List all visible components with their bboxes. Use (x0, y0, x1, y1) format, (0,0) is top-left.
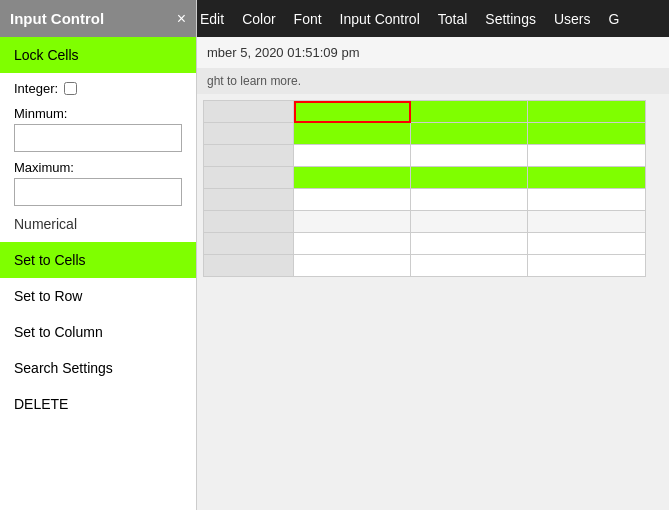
table-cell[interactable] (294, 255, 411, 277)
table-cell[interactable] (528, 101, 645, 123)
table-row (204, 211, 646, 233)
row-header (204, 233, 294, 255)
spreadsheet-area (197, 96, 669, 277)
table-cell[interactable] (528, 233, 645, 255)
row-header (204, 211, 294, 233)
table-row (204, 123, 646, 145)
menu-total[interactable]: Total (438, 11, 468, 27)
table-row (204, 255, 646, 277)
integer-label: Integer: (14, 81, 58, 96)
sidebar-item-label: Set to Row (14, 288, 82, 304)
table-cell[interactable] (528, 145, 645, 167)
sidebar-item-delete[interactable]: DELETE (0, 386, 196, 422)
table-cell[interactable] (411, 211, 528, 233)
row-header (204, 189, 294, 211)
menu-more[interactable]: G (609, 11, 620, 27)
table-cell[interactable] (411, 233, 528, 255)
maximum-field-group: Maximum: (0, 154, 196, 208)
table-cell[interactable] (294, 189, 411, 211)
menu-font[interactable]: Font (294, 11, 322, 27)
sidebar-item-label: DELETE (14, 396, 68, 412)
table-cell[interactable] (294, 211, 411, 233)
table-cell[interactable] (411, 255, 528, 277)
sidebar-item-search-settings[interactable]: Search Settings (0, 350, 196, 386)
row-header (204, 145, 294, 167)
menu-input-control[interactable]: Input Control (340, 11, 420, 27)
table-row (204, 233, 646, 255)
table-row (204, 189, 646, 211)
minimum-input[interactable] (14, 124, 182, 152)
panel-title-bar: Input Control × (0, 0, 196, 37)
minimum-field-group: Minmum: (0, 100, 196, 154)
table-cell[interactable] (411, 101, 528, 123)
table-cell[interactable] (411, 145, 528, 167)
learn-more-bar: ght to learn more. (197, 68, 669, 94)
input-control-panel: Input Control × Lock Cells Integer: Minm… (0, 0, 197, 510)
sidebar-item-label: Lock Cells (14, 47, 79, 63)
numerical-label: Numerical (0, 208, 196, 242)
minimum-label: Minmum: (14, 106, 182, 121)
row-header (204, 101, 294, 123)
integer-field-group: Integer: (0, 73, 196, 100)
table-cell[interactable] (411, 167, 528, 189)
menu-settings[interactable]: Settings (485, 11, 536, 27)
table-cell[interactable] (294, 233, 411, 255)
table-cell[interactable] (294, 101, 411, 123)
sidebar-item-set-to-row[interactable]: Set to Row (0, 278, 196, 314)
table-row (204, 145, 646, 167)
menu-color[interactable]: Color (242, 11, 275, 27)
maximum-input[interactable] (14, 178, 182, 206)
integer-checkbox[interactable] (64, 82, 77, 95)
maximum-label: Maximum: (14, 160, 182, 175)
menu-users[interactable]: Users (554, 11, 591, 27)
sidebar-item-label: Set to Cells (14, 252, 86, 268)
menu-edit[interactable]: Edit (200, 11, 224, 27)
table-cell[interactable] (411, 189, 528, 211)
table-cell[interactable] (528, 167, 645, 189)
table-cell[interactable] (294, 167, 411, 189)
sidebar-item-set-to-cells[interactable]: Set to Cells (0, 242, 196, 278)
row-header (204, 167, 294, 189)
table-cell[interactable] (411, 123, 528, 145)
table-cell[interactable] (528, 255, 645, 277)
main-content: mber 5, 2020 01:51:09 pm ght to learn mo… (197, 37, 669, 510)
sidebar-item-label: Search Settings (14, 360, 113, 376)
sidebar-item-label: Set to Column (14, 324, 103, 340)
row-header (204, 123, 294, 145)
table-cell[interactable] (528, 211, 645, 233)
table-row (204, 101, 646, 123)
close-button[interactable]: × (177, 11, 186, 27)
table-cell[interactable] (294, 145, 411, 167)
table-cell[interactable] (294, 123, 411, 145)
sidebar-item-lock-cells[interactable]: Lock Cells (0, 37, 196, 73)
timestamp: mber 5, 2020 01:51:09 pm (197, 37, 669, 68)
sidebar-item-set-to-column[interactable]: Set to Column (0, 314, 196, 350)
table-cell[interactable] (528, 123, 645, 145)
row-header (204, 255, 294, 277)
table-row (204, 167, 646, 189)
spreadsheet-table (203, 100, 646, 277)
panel-title-label: Input Control (10, 10, 104, 27)
table-cell[interactable] (528, 189, 645, 211)
